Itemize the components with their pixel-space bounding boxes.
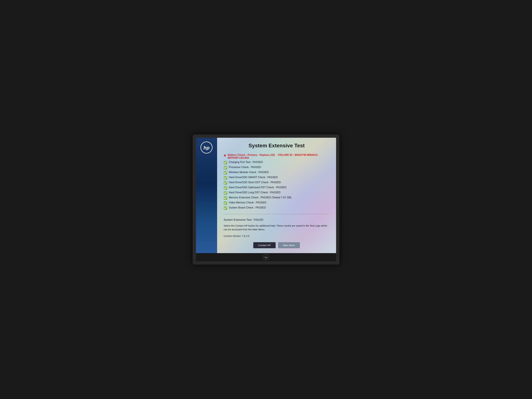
test-item-wireless: ✅ Wireless Module Check : PASSED	[224, 171, 329, 175]
pass-icon-system-board: ✅	[224, 206, 227, 210]
summary-description: Select the Contact HP button for additio…	[224, 224, 329, 231]
button-row: Contact HP Main Menu	[224, 242, 329, 248]
summary-section: System Extensive Test : FAILED Select th…	[224, 218, 329, 237]
test-item-charging-port: ✅ Charging Port Test : PASSED	[224, 161, 329, 165]
main-content: System Extensive Test ⊗ Battery Check : …	[217, 138, 336, 253]
charging-port-label: Charging Port Test : PASSED	[229, 161, 263, 164]
test-item-hdd-optimized: ✅ Hard Drive/SSD Optimized DST Check : P…	[224, 186, 329, 190]
test-item-battery: ⊗ Battery Check : Primary - Replace (42)…	[224, 153, 329, 159]
pass-icon-hdd-smart: ✅	[224, 176, 227, 180]
test-item-processor: ✅ Processor Check : PASSED	[224, 166, 329, 170]
test-item-hdd-long: ✅ Hard Drive/SSD Long DST Check : PASSED	[224, 191, 329, 195]
hdd-smart-label: Hard Drive/SSD SMART Check : PASSED	[229, 176, 278, 179]
svg-text:hp: hp	[203, 145, 209, 151]
fail-icon: ⊗	[224, 154, 226, 157]
test-item-hdd-short: ✅ Hard Drive/SSD Short DST Check : PASSE…	[224, 181, 329, 185]
wireless-label: Wireless Module Check : PASSED	[229, 171, 269, 174]
processor-label: Processor Check : PASSED	[229, 166, 261, 169]
test-item-video-memory: ✅ Video Memory Check : PASSED	[224, 201, 329, 205]
svg-text:hp: hp	[265, 256, 268, 259]
bottom-hp-logo: hp	[263, 254, 269, 260]
hp-logo: hp	[200, 141, 213, 154]
test-item-system-board: ✅ System Board Check : PASSED	[224, 206, 329, 210]
pass-icon-hdd-short: ✅	[224, 181, 227, 185]
hdd-optimized-label: Hard Drive/SSD Optimized DST Check : PAS…	[229, 186, 286, 189]
contact-hp-button[interactable]: Contact HP	[253, 242, 276, 248]
sidebar: hp	[196, 138, 217, 253]
version-info: Current Version: 7.6.2.0	[224, 234, 329, 237]
hdd-short-label: Hard Drive/SSD Short DST Check : PASSED	[229, 181, 281, 184]
pass-icon-hdd-optimized: ✅	[224, 186, 227, 190]
bottom-bar: hp	[196, 253, 336, 261]
video-memory-label: Video Memory Check : PASSED	[229, 201, 266, 204]
system-board-label: System Board Check : PASSED	[229, 206, 266, 209]
main-menu-button[interactable]: Main Menu	[278, 242, 300, 248]
pass-icon-memory: ✅	[224, 196, 227, 200]
battery-check-label: Battery Check : Primary - Replace (42) F…	[228, 153, 329, 159]
summary-result: System Extensive Test : FAILED	[224, 218, 329, 222]
pass-icon-processor: ✅	[224, 166, 227, 170]
pass-icon-hdd-long: ✅	[224, 191, 227, 195]
screen: hp System Extensive Test ⊗ Battery Check…	[196, 138, 336, 253]
page-title: System Extensive Test	[224, 143, 329, 149]
pass-icon-charging: ✅	[224, 161, 227, 165]
test-item-memory: ✅ Memory Extensive Check : PASSED (Teste…	[224, 196, 329, 200]
pass-icon-wireless: ✅	[224, 171, 227, 175]
pass-icon-video: ✅	[224, 201, 227, 205]
test-item-hdd-smart: ✅ Hard Drive/SSD SMART Check : PASSED	[224, 176, 329, 180]
test-results-list: ⊗ Battery Check : Primary - Replace (42)…	[224, 153, 329, 210]
hdd-long-label: Hard Drive/SSD Long DST Check : PASSED	[229, 191, 280, 194]
memory-label: Memory Extensive Check : PASSED (Tested …	[229, 196, 291, 199]
screen-bezel: hp System Extensive Test ⊗ Battery Check…	[193, 134, 339, 265]
